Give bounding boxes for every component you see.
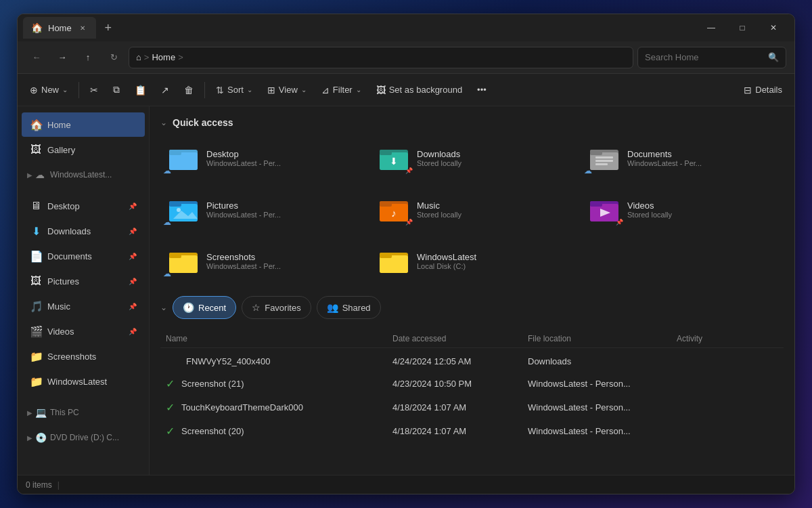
desktop-cloud-badge: ☁ (163, 166, 171, 175)
view-button[interactable]: ⊞ View ⌄ (261, 78, 313, 102)
delete-button[interactable]: 🗑 (177, 78, 200, 102)
sidebar-documents-label: Documents (47, 251, 92, 261)
tab-close-button[interactable]: ✕ (77, 22, 88, 33)
sort-button[interactable]: ⇅ Sort ⌄ (209, 78, 259, 102)
sidebar-item-screenshots[interactable]: 📁 Screenshots (22, 344, 145, 368)
filter-button[interactable]: ⊿ Filter ⌄ (315, 78, 368, 102)
tab-recent[interactable]: 🕐 Recent (173, 296, 236, 319)
sidebar-item-desktop[interactable]: 🖥 Desktop 📌 (22, 194, 145, 218)
quick-item-windowslatest[interactable]: WindowsLatest Local Disk (C:) (371, 239, 573, 282)
sidebar-expander-thispc[interactable]: ▶ 💻 This PC (22, 400, 145, 425)
sidebar-item-gallery[interactable]: 🖼 Gallery (22, 137, 145, 162)
quick-item-videos[interactable]: 📌 Videos Stored locally (581, 188, 784, 231)
details-button[interactable]: ⊟ Details (737, 78, 789, 102)
windowslatest-info: WindowsLatest Local Disk (C:) (417, 252, 566, 270)
sidebar-item-documents[interactable]: 📄 Documents 📌 (22, 244, 145, 268)
file-date-1: 4/24/2024 12:05 AM (392, 356, 528, 366)
search-icon[interactable]: 🔍 (768, 52, 779, 62)
file-status-3: ✓ (166, 401, 175, 414)
quick-access-toggle[interactable]: ⌄ (160, 118, 167, 127)
desktop-folder-wrapper: ☁ (167, 142, 200, 174)
search-box[interactable]: 🔍 (637, 47, 786, 68)
desktop-folder-icon: 🖥 (30, 200, 42, 212)
sidebar-item-home[interactable]: 🏠 Home (22, 112, 145, 137)
file-date-4: 4/18/2024 1:07 AM (392, 426, 528, 436)
sidebar-item-videos[interactable]: 🎬 Videos 📌 (22, 319, 145, 343)
quick-item-screenshots[interactable]: ☁ Screenshots WindowsLatest - Per... (160, 239, 363, 282)
table-row[interactable]: ✓ Screenshot (21) 4/23/2024 10:50 PM Win… (160, 372, 784, 396)
thispc-icon: 💻 (35, 407, 47, 418)
windowslatest-cloud-icon: ☁ (35, 169, 47, 180)
window-controls: — □ ✕ (696, 14, 789, 41)
downloads-name: Downloads (417, 149, 566, 159)
address-path[interactable]: ⌂ > Home > (129, 47, 633, 68)
tab-favorites[interactable]: ☆ Favorites (242, 296, 311, 319)
share-button[interactable]: ↗ (154, 78, 176, 102)
view-icon: ⊞ (267, 85, 275, 96)
svg-point-16 (177, 208, 181, 212)
videos-sub: Stored locally (627, 211, 777, 219)
col-name: Name (166, 334, 392, 343)
cut-button[interactable]: ✂ (83, 78, 105, 102)
recent-icon: 🕐 (183, 302, 194, 313)
shared-icon: 👥 (327, 302, 338, 313)
sidebar-item-downloads[interactable]: ⬇ Downloads 📌 (22, 219, 145, 243)
pictures-sub: WindowsLatest - Per... (206, 211, 356, 219)
table-row[interactable]: FNWVyY52_400x400 4/24/2024 12:05 AM Down… (160, 351, 784, 372)
documents-folder-icon (588, 142, 621, 174)
downloads-folder-wrapper: ⬇ 📌 (378, 142, 410, 174)
up-button[interactable]: ↑ (77, 47, 99, 68)
more-icon: ••• (477, 85, 487, 95)
sidebar-expander-windowslatest[interactable]: ▶ ☁ WindowsLatest... (22, 163, 145, 187)
quick-item-music[interactable]: ♪ 📌 Music Stored locally (371, 188, 573, 231)
file-location-1: Downloads (528, 356, 677, 366)
view-arrow: ⌄ (301, 86, 307, 93)
toolbar-divider-2 (204, 82, 205, 98)
sidebar-expander-dvd[interactable]: ▶ 💿 DVD Drive (D:) C... (22, 425, 145, 450)
quick-access-grid: ☁ Desktop WindowsLatest - Per... (160, 136, 784, 282)
sort-label: Sort (227, 85, 244, 95)
videos-name: Videos (627, 200, 777, 211)
quick-item-pictures[interactable]: ☁ Pictures WindowsLatest - Per... (160, 188, 363, 231)
new-tab-button[interactable]: + (99, 18, 118, 37)
recent-section-toggle[interactable]: ⌄ (160, 296, 167, 319)
new-button[interactable]: ⊕ New ⌄ (23, 78, 74, 102)
details-icon: ⊟ (744, 85, 752, 96)
forward-button[interactable]: → (51, 47, 73, 68)
minimize-button[interactable]: — (696, 14, 727, 41)
copy-button[interactable]: ⧉ (106, 78, 127, 102)
quick-item-desktop[interactable]: ☁ Desktop WindowsLatest - Per... (160, 136, 363, 179)
svg-rect-24 (590, 201, 602, 207)
tab-home[interactable]: 🏠 Home ✕ (23, 17, 96, 39)
status-count: 0 items (26, 480, 52, 490)
quick-item-downloads[interactable]: ⬇ 📌 Downloads Stored locally (371, 136, 573, 179)
screenshots-cloud-badge: ☁ (163, 269, 171, 278)
quick-item-documents[interactable]: ☁ Documents WindowsLatest - Per... (581, 136, 784, 179)
sidebar-item-windowslatest2[interactable]: 📁 WindowsLatest (22, 369, 145, 394)
more-button[interactable]: ••• (470, 78, 493, 102)
music-folder-wrapper: ♪ 📌 (378, 193, 410, 226)
sidebar-desktop-label: Desktop (47, 201, 80, 211)
videos-info: Videos Stored locally (627, 200, 777, 219)
table-row[interactable]: ✓ TouchKeyboardThemeDark000 4/18/2024 1:… (160, 396, 784, 419)
table-row[interactable]: ✓ Screenshot (20) 4/18/2024 1:07 AM Wind… (160, 419, 784, 443)
close-button[interactable]: ✕ (758, 14, 789, 41)
downloads-info: Downloads Stored locally (417, 149, 566, 167)
file-location-3: WindowsLatest - Person... (528, 402, 677, 412)
quick-access-header: ⌄ Quick access (160, 117, 784, 128)
favorites-label: Favorites (265, 303, 300, 313)
refresh-button[interactable]: ↻ (103, 47, 125, 68)
paste-button[interactable]: 📋 (128, 78, 153, 102)
search-input[interactable] (645, 52, 763, 62)
file-list-header: Name Date accessed File location Activit… (160, 330, 784, 348)
sort-icon: ⇅ (216, 85, 224, 96)
screenshots-info: Screenshots WindowsLatest - Per... (206, 252, 356, 270)
sidebar-item-pictures[interactable]: 🖼 Pictures 📌 (22, 269, 145, 293)
maximize-button[interactable]: □ (727, 14, 758, 41)
back-button[interactable]: ← (26, 47, 47, 68)
view-label: View (279, 85, 298, 95)
quick-access-title: Quick access (173, 117, 233, 128)
background-button[interactable]: 🖼 Set as background (369, 78, 469, 102)
sidebar-item-music[interactable]: 🎵 Music 📌 (22, 294, 145, 318)
tab-shared[interactable]: 👥 Shared (317, 296, 381, 319)
